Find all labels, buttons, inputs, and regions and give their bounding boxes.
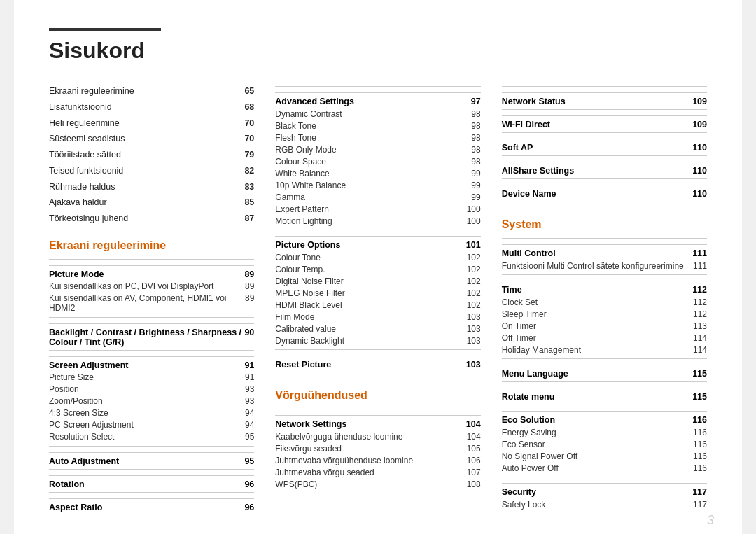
toc-label: Süsteemi seadistus bbox=[49, 132, 234, 146]
section-page: 112 bbox=[692, 285, 707, 295]
toc-section: Eco Solution116Energy Saving116Eco Senso… bbox=[502, 405, 707, 474]
sub-item-label: Calibrated value bbox=[275, 324, 336, 334]
section-heading-col1: Ekraani reguleerimine bbox=[49, 239, 254, 252]
toc-section: Multi Control111Funktsiooni Multi Contro… bbox=[502, 238, 707, 272]
toc-page: 70 bbox=[234, 117, 254, 130]
sub-item-page: 116 bbox=[687, 440, 707, 449]
col3-sections: Multi Control111Funktsiooni Multi Contro… bbox=[502, 238, 707, 510]
section-page: 111 bbox=[692, 248, 707, 258]
sub-item-page: 116 bbox=[687, 463, 707, 473]
sub-item-label: MPEG Noise Filter bbox=[275, 288, 344, 298]
toc-sub-item: Position93 bbox=[49, 384, 254, 395]
sub-item-label: Dynamic Contrast bbox=[275, 109, 342, 119]
toc-sub-item: Gamma99 bbox=[275, 191, 480, 203]
toc-sub-item: 4:3 Screen Size94 bbox=[49, 407, 254, 419]
sub-item-page: 98 bbox=[461, 109, 481, 119]
sub-item-label: Sleep Timer bbox=[502, 309, 547, 319]
sub-item-label: White Balance bbox=[275, 169, 329, 178]
toc-section-header: Advanced Settings97 bbox=[275, 92, 480, 106]
toc-page: 65 bbox=[234, 85, 254, 98]
section-label: Soft AP bbox=[502, 143, 533, 153]
toc-sub-item: Dynamic Contrast98 bbox=[275, 108, 480, 120]
toc-sub-item: On Timer113 bbox=[502, 320, 707, 332]
section-label: AllShare Settings bbox=[502, 166, 575, 176]
section-heading-col2: Võrguühendused bbox=[275, 389, 480, 402]
toc-section-header: Auto Adjustment95 bbox=[49, 452, 254, 466]
toc-page: 85 bbox=[234, 196, 254, 209]
sub-item-label: HDMI Black Level bbox=[275, 300, 342, 310]
toc-section: Wi-Fi Direct109 bbox=[502, 109, 707, 129]
toc-label: Teised funktsioonid bbox=[49, 164, 234, 178]
toc-section-header: Wi-Fi Direct109 bbox=[502, 115, 707, 129]
sub-item-page: 103 bbox=[461, 312, 481, 322]
sub-item-page: 98 bbox=[461, 133, 481, 143]
sub-item-label: Picture Size bbox=[49, 372, 94, 382]
toc-section-header: Eco Solution116 bbox=[502, 411, 707, 425]
sub-item-label: Eco Sensor bbox=[502, 440, 545, 449]
section-page: 116 bbox=[692, 415, 707, 425]
sub-item-page: 107 bbox=[461, 468, 481, 477]
toc-section-header: Time112 bbox=[502, 281, 707, 295]
sub-item-label: Kaabelvõrguga ühenduse loomine bbox=[275, 432, 402, 442]
toc-section: Advanced Settings97Dynamic Contrast98Bla… bbox=[275, 86, 480, 227]
sub-item-page: 105 bbox=[461, 444, 481, 454]
toc-row: Rühmade haldus83 bbox=[49, 179, 254, 195]
toc-sub-item: Colour Space98 bbox=[275, 155, 480, 167]
sub-item-page: 89 bbox=[234, 293, 254, 313]
toc-section-header: AllShare Settings110 bbox=[502, 162, 707, 176]
column-1: Ekraani reguleerimine65Lisafunktsioonid6… bbox=[49, 83, 275, 514]
toc-section: Soft AP110 bbox=[502, 132, 707, 153]
section-page: 110 bbox=[692, 189, 707, 199]
sub-item-label: Clock Set bbox=[502, 297, 538, 307]
sub-item-label: WPS(PBC) bbox=[275, 479, 317, 489]
toc-sub-item: No Signal Power Off116 bbox=[502, 450, 707, 462]
sub-item-label: Safety Lock bbox=[502, 500, 546, 510]
toc-sub-item: Sleep Timer112 bbox=[502, 308, 707, 320]
toc-row: Ajakava haldur85 bbox=[49, 195, 254, 211]
toc-sub-item: Clock Set112 bbox=[502, 296, 707, 308]
toc-sub-item: Kui sisendallikas on AV, Component, HDMI… bbox=[49, 293, 254, 314]
toc-section: Device Name110 bbox=[502, 178, 707, 199]
sub-item-label: Film Mode bbox=[275, 312, 314, 322]
section-label: Eco Solution bbox=[502, 415, 555, 425]
section-label: Reset Picture bbox=[275, 360, 331, 370]
col3-top: Network Status109Wi-Fi Direct109Soft AP1… bbox=[502, 86, 707, 199]
toc-section-header: Rotation96 bbox=[49, 475, 254, 489]
section-page: 109 bbox=[692, 97, 707, 106]
toc-sub-item: Kui sisendallikas on PC, DVI või Display… bbox=[49, 281, 254, 293]
sub-item-label: No Signal Power Off bbox=[502, 451, 578, 461]
toc-section: Auto Adjustment95 bbox=[49, 446, 254, 466]
toc-section-header: Rotate menu115 bbox=[502, 388, 707, 402]
toc-sub-item: Colour Temp.102 bbox=[275, 263, 480, 275]
sub-item-page: 102 bbox=[461, 288, 481, 298]
toc-sub-item: Zoom/Position93 bbox=[49, 395, 254, 407]
sub-item-label: On Timer bbox=[502, 321, 536, 331]
toc-section: AllShare Settings110 bbox=[502, 155, 707, 176]
sub-item-page: 104 bbox=[461, 432, 481, 442]
section-page: 89 bbox=[244, 269, 254, 279]
toc-page: 82 bbox=[234, 164, 254, 178]
sub-item-page: 99 bbox=[461, 181, 481, 190]
toc-section: Rotate menu115 bbox=[502, 381, 707, 402]
page-title: Sisukord bbox=[49, 38, 707, 64]
section-page: 109 bbox=[692, 120, 707, 129]
toc-section: Network Status109 bbox=[502, 86, 707, 106]
section-heading-col3: System bbox=[502, 218, 707, 231]
toc-row: Lisafunktsioonid68 bbox=[49, 99, 254, 115]
toc-section: Screen Adjustment91Picture Size91Positio… bbox=[49, 350, 254, 443]
toc-sub-item: Fiksvõrgu seaded105 bbox=[275, 442, 480, 454]
section-label: Rotation bbox=[49, 479, 85, 489]
toc-section: Network Settings104Kaabelvõrguga ühendus… bbox=[275, 409, 480, 490]
sub-item-page: 95 bbox=[234, 432, 254, 442]
section-page: 97 bbox=[471, 97, 481, 106]
toc-label: Rühmade haldus bbox=[49, 181, 234, 194]
sub-item-label: Digital Noise Filter bbox=[275, 276, 343, 286]
sub-item-label: Holiday Management bbox=[502, 345, 581, 355]
sub-item-page: 89 bbox=[234, 281, 254, 291]
section-label: Security bbox=[502, 487, 536, 497]
sub-item-page: 100 bbox=[461, 216, 481, 226]
sub-item-label: Gamma bbox=[275, 192, 305, 202]
toc-sub-item: Dynamic Backlight103 bbox=[275, 335, 480, 346]
toc-section-header: Picture Mode89 bbox=[49, 265, 254, 279]
sub-item-label: 4:3 Screen Size bbox=[49, 408, 108, 418]
